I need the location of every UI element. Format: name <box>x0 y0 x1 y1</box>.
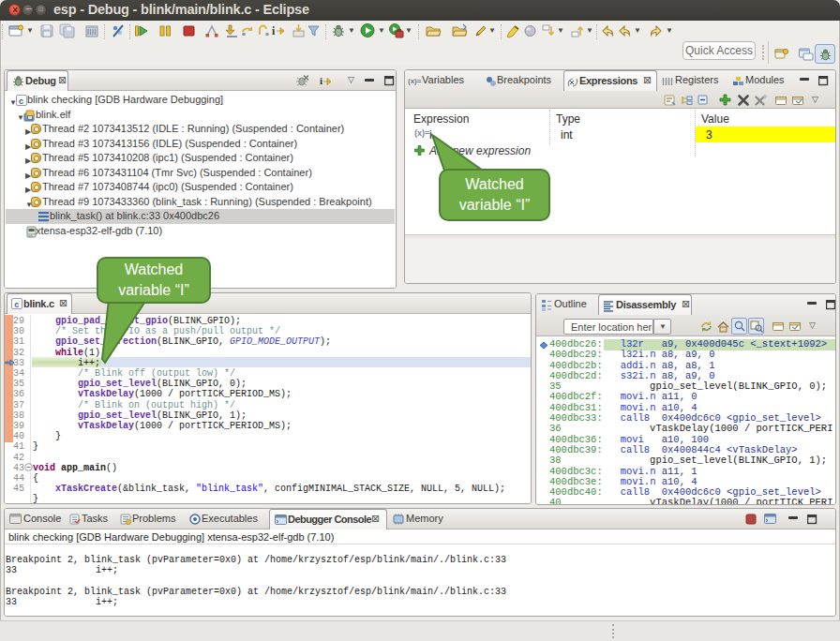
svg-text:i: i <box>272 24 276 37</box>
svg-text:i: i <box>320 75 322 86</box>
svg-text:c: c <box>19 97 23 106</box>
svg-text:c: c <box>14 300 19 309</box>
